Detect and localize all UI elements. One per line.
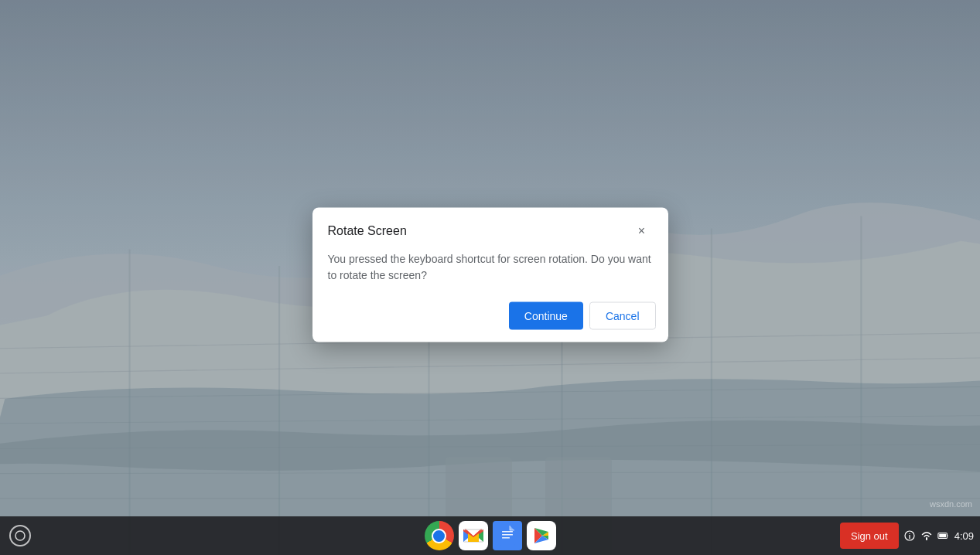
play-dock-icon[interactable] (526, 520, 557, 551)
rotate-screen-dialog: Rotate Screen × You pressed the keyboard… (312, 208, 668, 342)
dialog-body: You pressed the keyboard shortcut for sc… (312, 248, 668, 296)
launcher-icon (9, 525, 31, 546)
chrome-icon (425, 521, 454, 550)
taskbar-dock (424, 520, 557, 551)
gmail-dock-icon[interactable] (458, 520, 489, 551)
watermark: wsxdn.com (930, 499, 972, 509)
dialog-header: Rotate Screen × (312, 208, 668, 248)
wifi-tray-icon (920, 529, 933, 542)
docs-icon (493, 521, 522, 550)
taskbar: Sign out i (0, 516, 980, 555)
svg-rect-20 (502, 534, 513, 536)
docs-dock-icon[interactable] (492, 520, 523, 551)
dialog-close-button[interactable]: × (631, 220, 653, 242)
play-store-icon (527, 521, 556, 550)
close-icon: × (638, 224, 645, 238)
info-tray-icon: i (903, 529, 916, 542)
system-tray: i 4:09 (903, 529, 974, 542)
cancel-button[interactable]: Cancel (589, 302, 656, 330)
sign-out-button[interactable]: Sign out (840, 523, 899, 549)
continue-button[interactable]: Continue (509, 302, 583, 330)
taskbar-right: Sign out i (840, 523, 974, 549)
launcher-button[interactable] (6, 522, 34, 550)
svg-rect-21 (502, 537, 510, 539)
svg-rect-18 (500, 526, 515, 546)
battery-tray-icon (937, 529, 950, 542)
svg-text:i: i (908, 533, 910, 540)
svg-rect-19 (502, 531, 513, 533)
chrome-dock-icon[interactable] (424, 520, 455, 551)
dialog-title: Rotate Screen (328, 224, 407, 238)
time-display: 4:09 (954, 530, 974, 542)
dialog-message: You pressed the keyboard shortcut for sc… (328, 253, 651, 281)
taskbar-left (6, 522, 34, 550)
dialog-actions: Continue Cancel (312, 296, 668, 342)
gmail-icon (459, 521, 488, 550)
svg-point-16 (15, 531, 25, 540)
svg-rect-25 (939, 534, 946, 537)
